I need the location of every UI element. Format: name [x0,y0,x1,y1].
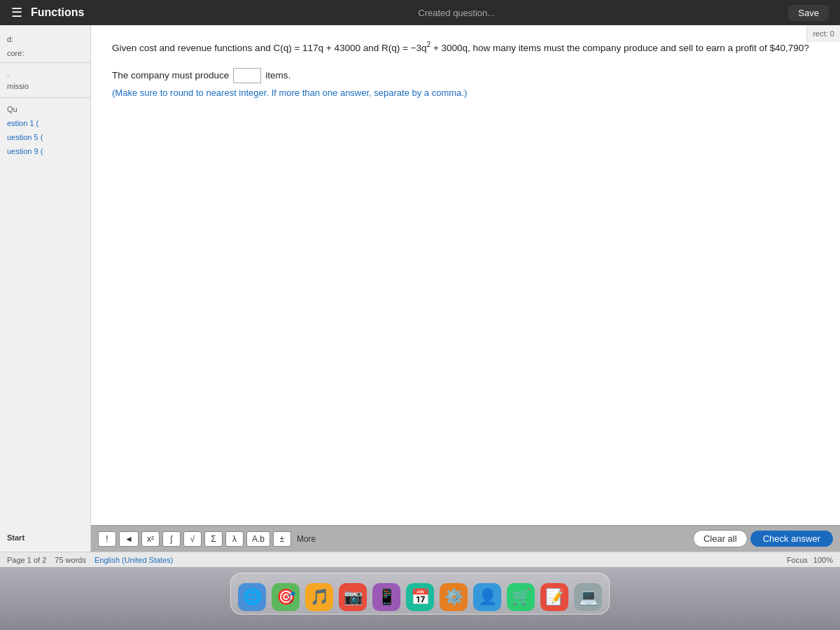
toolbar-btn-lambda[interactable]: λ [225,531,244,547]
status-bar: Page 1 of 2 75 words English (United Sta… [0,552,840,567]
toolbar-btn-integral[interactable]: ∫ [162,531,181,547]
answer-prefix: The company must produce [112,70,229,80]
toolbar-more-button[interactable]: More [297,534,316,544]
sidebar-score-label: core: [0,46,90,58]
save-button[interactable]: Save [788,5,829,21]
sidebar: d: core: . missio Qu estion 1 ( uestion … [0,25,91,552]
macbook-label: MacBook Air [400,617,440,625]
answer-input[interactable] [233,68,261,83]
page-count: Page 1 of 2 [7,556,46,564]
sidebar-mission-label: missio [0,79,90,93]
content-area: Given cost and revenue functions and C(q… [91,25,840,552]
toolbar-btn-sqrt[interactable]: √ [183,531,202,547]
answer-row: The company must produce items. [112,68,819,83]
dock-area: 🌐 🎯 🎵 📷 📱 📅 ⚙️ 👤 🛒 📝 💻 MacBook Air [0,567,840,630]
toolbar-btn-sigma[interactable]: Σ [204,531,223,547]
created-label: Created question... [84,8,829,18]
sidebar-divider2 [0,97,90,98]
menu-icon[interactable]: ☰ [11,5,22,20]
sidebar-divider [0,62,90,63]
dock-icon-finder[interactable]: 🌐 [238,583,266,611]
question-link-3[interactable]: uestion 9 ( [0,144,90,158]
dock-icon-music[interactable]: 🎵 [305,583,333,611]
math-toolbar: ! ◄ x² ∫ √ Σ λ A.b ± More Clear all Chec… [91,525,840,552]
question-link-1[interactable]: estion 1 ( [0,116,90,130]
dock-icon-store[interactable]: 🛒 [507,583,535,611]
dock-icon-user[interactable]: 👤 [473,583,501,611]
word-count: 75 words [55,556,86,564]
toolbar-btn-exclamation[interactable]: ! [98,531,116,547]
dock-icon-system[interactable]: ⚙️ [440,583,468,611]
question-content: Given cost and revenue functions and C(q… [91,25,840,525]
sidebar-submission-label: . [0,67,90,79]
sidebar-questions-label: Qu [0,102,90,116]
toolbar-btn-xsquared[interactable]: x² [141,531,160,547]
page-title: Functions [31,6,84,19]
question-text: Given cost and revenue functions and C(q… [112,39,819,55]
hint-text: (Make sure to round to nearest integer. … [112,88,819,98]
toolbar-btn-ab[interactable]: A.b [246,531,270,547]
correct-count: rect: 0 [813,29,834,38]
dock-icon-photos[interactable]: 📷 [339,583,367,611]
zoom-level: 100% [813,556,833,564]
dock-icon-apps[interactable]: 📱 [372,583,400,611]
dock-icon-calendar[interactable]: 📅 [406,583,434,611]
right-score-panel: rect: 0 [806,25,840,42]
question-link-2[interactable]: uestion 5 ( [0,130,90,144]
focus-label: Focus [787,556,808,564]
top-bar: ☰ Functions Created question... Save [0,0,840,25]
language-selector[interactable]: English (United States) [94,556,174,564]
toolbar-btn-back[interactable]: ◄ [119,531,139,547]
dock-icon-computer[interactable]: 💻 [574,583,602,611]
dock-icon-launchpad[interactable]: 🎯 [272,583,300,611]
start-label[interactable]: Start [0,531,90,545]
check-answer-button[interactable]: Check answer [750,531,833,547]
toolbar-btn-plusminus[interactable]: ± [273,531,291,547]
clear-all-button[interactable]: Clear all [693,530,748,547]
dock-icon-notes[interactable]: 📝 [540,583,568,611]
sidebar-need-label: d: [0,32,90,46]
dock-bar: 🌐 🎯 🎵 📷 📱 📅 ⚙️ 👤 🛒 📝 💻 [230,573,610,615]
answer-suffix: items. [265,70,290,80]
